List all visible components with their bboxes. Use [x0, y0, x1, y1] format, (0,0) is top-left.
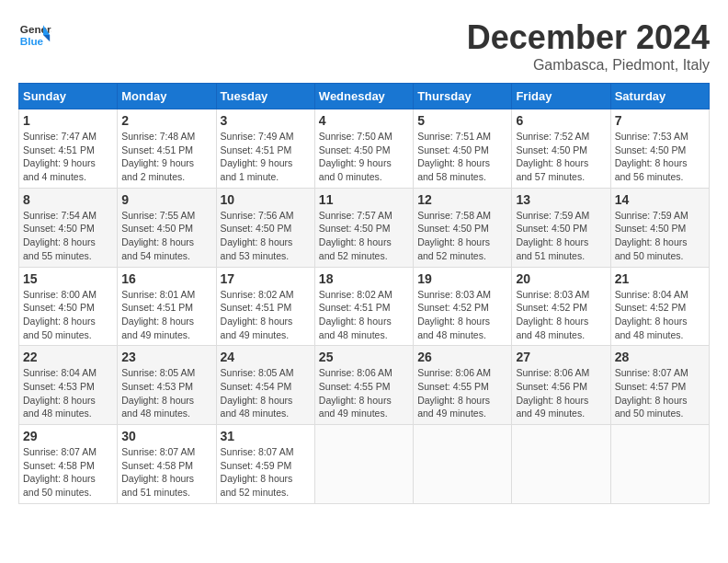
calendar-table: SundayMondayTuesdayWednesdayThursdayFrid…: [18, 83, 710, 504]
calendar-header-tuesday: Tuesday: [216, 84, 314, 109]
calendar-header-row: SundayMondayTuesdayWednesdayThursdayFrid…: [19, 84, 710, 109]
day-number: 15: [23, 271, 113, 286]
calendar-cell: 13Sunrise: 7:59 AMSunset: 4:50 PMDayligh…: [512, 188, 610, 267]
day-number: 26: [417, 350, 507, 364]
day-info: Sunrise: 7:48 AMSunset: 4:51 PMDaylight:…: [121, 130, 211, 184]
calendar-cell: 18Sunrise: 8:02 AMSunset: 4:51 PMDayligh…: [314, 267, 413, 346]
day-number: 14: [615, 192, 705, 207]
day-number: 30: [121, 429, 211, 443]
day-info: Sunrise: 7:52 AMSunset: 4:50 PMDaylight:…: [516, 130, 606, 184]
calendar-cell: 16Sunrise: 8:01 AMSunset: 4:51 PMDayligh…: [118, 267, 216, 346]
svg-marker-3: [43, 35, 50, 41]
day-number: 9: [121, 192, 211, 207]
day-info: Sunrise: 8:04 AMSunset: 4:53 PMDaylight:…: [23, 366, 113, 420]
day-info: Sunrise: 7:53 AMSunset: 4:50 PMDaylight:…: [615, 130, 705, 184]
calendar-week-1: 1Sunrise: 7:47 AMSunset: 4:51 PMDaylight…: [19, 109, 710, 189]
calendar-cell: 26Sunrise: 8:06 AMSunset: 4:55 PMDayligh…: [414, 346, 512, 425]
day-info: Sunrise: 7:59 AMSunset: 4:50 PMDaylight:…: [615, 209, 705, 263]
calendar-cell: 17Sunrise: 8:02 AMSunset: 4:51 PMDayligh…: [216, 267, 314, 346]
calendar-week-2: 8Sunrise: 7:54 AMSunset: 4:50 PMDaylight…: [19, 188, 710, 267]
calendar-cell: 23Sunrise: 8:05 AMSunset: 4:53 PMDayligh…: [118, 346, 216, 425]
day-info: Sunrise: 8:07 AMSunset: 4:58 PMDaylight:…: [121, 445, 211, 500]
month-title: December 2024: [467, 18, 710, 57]
day-number: 3: [221, 113, 311, 128]
calendar-header-thursday: Thursday: [414, 84, 512, 109]
day-number: 24: [221, 350, 311, 364]
calendar-cell: 28Sunrise: 8:07 AMSunset: 4:57 PMDayligh…: [610, 346, 709, 425]
calendar-header-wednesday: Wednesday: [314, 84, 413, 109]
day-number: 17: [221, 271, 311, 286]
day-info: Sunrise: 7:55 AMSunset: 4:50 PMDaylight:…: [121, 209, 211, 263]
day-info: Sunrise: 8:01 AMSunset: 4:51 PMDaylight:…: [121, 288, 211, 342]
day-info: Sunrise: 7:57 AMSunset: 4:50 PMDaylight:…: [319, 209, 409, 263]
day-number: 25: [319, 350, 409, 364]
day-info: Sunrise: 7:51 AMSunset: 4:50 PMDaylight:…: [417, 130, 507, 184]
calendar-week-4: 22Sunrise: 8:04 AMSunset: 4:53 PMDayligh…: [19, 346, 710, 425]
day-number: 12: [417, 192, 507, 207]
day-number: 1: [23, 113, 113, 128]
svg-text:Blue: Blue: [20, 35, 44, 47]
day-number: 10: [221, 192, 311, 207]
day-info: Sunrise: 7:59 AMSunset: 4:50 PMDaylight:…: [516, 209, 606, 263]
day-number: 7: [615, 113, 705, 128]
logo-icon: General Blue: [18, 18, 51, 52]
calendar-cell: 24Sunrise: 8:05 AMSunset: 4:54 PMDayligh…: [216, 346, 314, 425]
day-info: Sunrise: 7:47 AMSunset: 4:51 PMDaylight:…: [23, 130, 113, 184]
day-info: Sunrise: 7:56 AMSunset: 4:50 PMDaylight:…: [221, 209, 311, 263]
calendar-cell: 11Sunrise: 7:57 AMSunset: 4:50 PMDayligh…: [314, 188, 413, 267]
day-number: 22: [23, 350, 113, 364]
title-area: December 2024 Gambasca, Piedmont, Italy: [467, 18, 710, 74]
calendar-cell: 12Sunrise: 7:58 AMSunset: 4:50 PMDayligh…: [414, 188, 512, 267]
calendar-cell: 31Sunrise: 8:07 AMSunset: 4:59 PMDayligh…: [216, 425, 314, 504]
day-info: Sunrise: 8:07 AMSunset: 4:57 PMDaylight:…: [615, 366, 705, 420]
location-title: Gambasca, Piedmont, Italy: [467, 57, 710, 74]
day-number: 21: [615, 271, 705, 286]
day-number: 31: [221, 429, 311, 443]
day-info: Sunrise: 8:03 AMSunset: 4:52 PMDaylight:…: [516, 288, 606, 342]
day-number: 20: [516, 271, 606, 286]
calendar-cell: 8Sunrise: 7:54 AMSunset: 4:50 PMDaylight…: [19, 188, 118, 267]
calendar-cell: 9Sunrise: 7:55 AMSunset: 4:50 PMDaylight…: [118, 188, 216, 267]
calendar-cell: 4Sunrise: 7:50 AMSunset: 4:50 PMDaylight…: [314, 109, 413, 189]
day-info: Sunrise: 8:05 AMSunset: 4:53 PMDaylight:…: [121, 366, 211, 420]
day-info: Sunrise: 8:06 AMSunset: 4:56 PMDaylight:…: [516, 366, 606, 420]
header: General Blue December 2024 Gambasca, Pie…: [18, 18, 710, 74]
day-number: 2: [121, 113, 211, 128]
calendar-cell: 20Sunrise: 8:03 AMSunset: 4:52 PMDayligh…: [512, 267, 610, 346]
day-info: Sunrise: 8:06 AMSunset: 4:55 PMDaylight:…: [319, 366, 409, 420]
day-info: Sunrise: 7:58 AMSunset: 4:50 PMDaylight:…: [417, 209, 507, 263]
calendar-cell: 6Sunrise: 7:52 AMSunset: 4:50 PMDaylight…: [512, 109, 610, 189]
day-number: 27: [516, 350, 606, 364]
calendar-cell: 14Sunrise: 7:59 AMSunset: 4:50 PMDayligh…: [610, 188, 709, 267]
calendar-cell: 22Sunrise: 8:04 AMSunset: 4:53 PMDayligh…: [19, 346, 118, 425]
day-info: Sunrise: 8:02 AMSunset: 4:51 PMDaylight:…: [221, 288, 311, 342]
day-info: Sunrise: 8:03 AMSunset: 4:52 PMDaylight:…: [417, 288, 507, 342]
day-info: Sunrise: 8:05 AMSunset: 4:54 PMDaylight:…: [221, 366, 311, 420]
day-number: 16: [121, 271, 211, 286]
calendar-cell: 15Sunrise: 8:00 AMSunset: 4:50 PMDayligh…: [19, 267, 118, 346]
day-number: 5: [417, 113, 507, 128]
day-info: Sunrise: 8:00 AMSunset: 4:50 PMDaylight:…: [23, 288, 113, 342]
calendar-cell: [314, 425, 413, 504]
day-info: Sunrise: 7:49 AMSunset: 4:51 PMDaylight:…: [221, 130, 311, 184]
day-info: Sunrise: 8:07 AMSunset: 4:59 PMDaylight:…: [221, 445, 311, 500]
calendar-week-5: 29Sunrise: 8:07 AMSunset: 4:58 PMDayligh…: [19, 425, 710, 504]
logo: General Blue: [18, 18, 51, 52]
calendar-cell: 29Sunrise: 8:07 AMSunset: 4:58 PMDayligh…: [19, 425, 118, 504]
day-number: 28: [615, 350, 705, 364]
calendar-cell: 25Sunrise: 8:06 AMSunset: 4:55 PMDayligh…: [314, 346, 413, 425]
day-number: 13: [516, 192, 606, 207]
calendar-cell: [610, 425, 709, 504]
day-info: Sunrise: 7:54 AMSunset: 4:50 PMDaylight:…: [23, 209, 113, 263]
day-info: Sunrise: 8:06 AMSunset: 4:55 PMDaylight:…: [417, 366, 507, 420]
calendar-cell: 10Sunrise: 7:56 AMSunset: 4:50 PMDayligh…: [216, 188, 314, 267]
day-info: Sunrise: 8:04 AMSunset: 4:52 PMDaylight:…: [615, 288, 705, 342]
calendar-cell: 7Sunrise: 7:53 AMSunset: 4:50 PMDaylight…: [610, 109, 709, 189]
calendar-week-3: 15Sunrise: 8:00 AMSunset: 4:50 PMDayligh…: [19, 267, 710, 346]
calendar-header-sunday: Sunday: [19, 84, 118, 109]
day-number: 23: [121, 350, 211, 364]
calendar-header-monday: Monday: [118, 84, 216, 109]
day-number: 29: [23, 429, 113, 443]
day-number: 18: [319, 271, 409, 286]
day-info: Sunrise: 8:02 AMSunset: 4:51 PMDaylight:…: [319, 288, 409, 342]
